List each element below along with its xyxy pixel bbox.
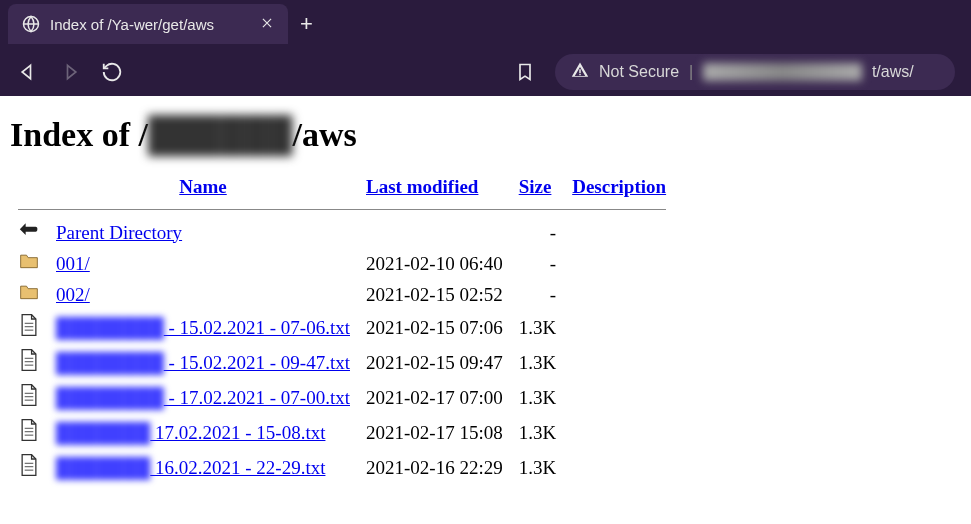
file-name-text: - 17.02.2021 - 07-00.txt [164, 387, 350, 408]
file-name-text: 002/ [56, 284, 90, 305]
file-name-cell: ███████ 17.02.2021 - 15-08.txt [48, 415, 358, 450]
file-name-redacted: ████████ [56, 352, 164, 374]
file-link[interactable]: 002/ [56, 284, 90, 305]
reload-button[interactable] [100, 60, 124, 84]
url-redacted: ██████████████ [703, 63, 862, 81]
forward-button[interactable] [58, 60, 82, 84]
file-name-text: 001/ [56, 253, 90, 274]
file-name-cell: ████████ - 15.02.2021 - 09-47.txt [48, 345, 358, 380]
last-modified [358, 217, 511, 248]
table-row: ████████ - 15.02.2021 - 09-47.txt2021-02… [10, 345, 674, 380]
file-icon [10, 310, 48, 345]
file-size: - [511, 279, 564, 310]
last-modified: 2021-02-10 06:40 [358, 248, 511, 279]
svg-rect-2 [579, 74, 581, 76]
file-size: - [511, 248, 564, 279]
back-button[interactable] [16, 60, 40, 84]
file-icon [10, 450, 48, 485]
tab-bar: Index of /Ya-wer/get/aws + [0, 0, 971, 48]
table-row: ███████ 17.02.2021 - 15-08.txt2021-02-17… [10, 415, 674, 450]
file-link[interactable]: ███████ 16.02.2021 - 22-29.txt [56, 457, 325, 478]
page-content: Index of /██████/aws Name Last modified … [0, 96, 971, 495]
table-row: 002/2021-02-15 02:52- [10, 279, 674, 310]
url-suffix: t/aws/ [872, 63, 914, 81]
tab-title: Index of /Ya-wer/get/aws [50, 16, 214, 33]
file-size: 1.3K [511, 310, 564, 345]
file-link[interactable]: Parent Directory [56, 222, 182, 243]
folder-icon [10, 279, 48, 310]
file-name-redacted: ████████ [56, 387, 164, 409]
header-rule [18, 209, 666, 210]
bookmark-button[interactable] [513, 60, 537, 84]
nav-bar: Not Secure | ██████████████ t/aws/ [0, 48, 971, 96]
file-link[interactable]: 001/ [56, 253, 90, 274]
file-description [564, 217, 674, 248]
heading-prefix: Index of / [10, 116, 148, 153]
file-name-text: 17.02.2021 - 15-08.txt [150, 422, 325, 443]
heading-redacted: ██████ [148, 116, 293, 154]
last-modified: 2021-02-15 02:52 [358, 279, 511, 310]
file-link[interactable]: ███████ 17.02.2021 - 15-08.txt [56, 422, 325, 443]
file-description [564, 415, 674, 450]
file-name-redacted: ███████ [56, 457, 150, 479]
last-modified: 2021-02-15 09:47 [358, 345, 511, 380]
file-size: - [511, 217, 564, 248]
file-name-cell: Parent Directory [48, 217, 358, 248]
last-modified: 2021-02-16 22:29 [358, 450, 511, 485]
file-name-cell: ████████ - 15.02.2021 - 07-06.txt [48, 310, 358, 345]
table-row: ███████ 16.02.2021 - 22-29.txt2021-02-16… [10, 450, 674, 485]
table-header-row: Name Last modified Size Description [10, 172, 674, 202]
new-tab-button[interactable]: + [300, 11, 313, 37]
col-desc[interactable]: Description [572, 176, 666, 197]
page-title: Index of /██████/aws [10, 116, 961, 154]
last-modified: 2021-02-17 15:08 [358, 415, 511, 450]
browser-chrome: Index of /Ya-wer/get/aws + Not Secure | … [0, 0, 971, 96]
file-link[interactable]: ████████ - 15.02.2021 - 07-06.txt [56, 317, 350, 338]
close-tab-button[interactable] [248, 16, 274, 33]
file-link[interactable]: ████████ - 17.02.2021 - 07-00.txt [56, 387, 350, 408]
file-name-text: - 15.02.2021 - 07-06.txt [164, 317, 350, 338]
file-size: 1.3K [511, 380, 564, 415]
file-description [564, 345, 674, 380]
url-bar[interactable]: Not Secure | ██████████████ t/aws/ [555, 54, 955, 90]
last-modified: 2021-02-15 07:06 [358, 310, 511, 345]
file-name-redacted: ████████ [56, 317, 164, 339]
file-name-cell: 001/ [48, 248, 358, 279]
file-name-redacted: ███████ [56, 422, 150, 444]
file-description [564, 380, 674, 415]
col-size[interactable]: Size [519, 176, 552, 197]
file-size: 1.3K [511, 415, 564, 450]
file-description [564, 310, 674, 345]
folder-icon [10, 248, 48, 279]
table-row: 001/2021-02-10 06:40- [10, 248, 674, 279]
file-icon [10, 415, 48, 450]
table-row: ████████ - 15.02.2021 - 07-06.txt2021-02… [10, 310, 674, 345]
last-modified: 2021-02-17 07:00 [358, 380, 511, 415]
file-name-text: - 15.02.2021 - 09-47.txt [164, 352, 350, 373]
file-size: 1.3K [511, 345, 564, 380]
table-row: Parent Directory- [10, 217, 674, 248]
file-name-cell: ████████ - 17.02.2021 - 07-00.txt [48, 380, 358, 415]
col-name[interactable]: Name [179, 176, 226, 197]
file-name-text: 16.02.2021 - 22-29.txt [150, 457, 325, 478]
file-description [564, 279, 674, 310]
file-icon [10, 345, 48, 380]
directory-listing: Name Last modified Size Description Pare… [10, 172, 674, 485]
file-link[interactable]: ████████ - 15.02.2021 - 09-47.txt [56, 352, 350, 373]
file-size: 1.3K [511, 450, 564, 485]
file-name-cell: ███████ 16.02.2021 - 22-29.txt [48, 450, 358, 485]
file-icon [10, 380, 48, 415]
not-secure-label: Not Secure [599, 63, 679, 81]
table-row: ████████ - 17.02.2021 - 07-00.txt2021-02… [10, 380, 674, 415]
file-name-cell: 002/ [48, 279, 358, 310]
col-lastmod[interactable]: Last modified [366, 176, 478, 197]
heading-suffix: /aws [292, 116, 356, 153]
svg-rect-1 [579, 69, 581, 73]
warning-icon [571, 61, 589, 83]
browser-tab[interactable]: Index of /Ya-wer/get/aws [8, 4, 288, 44]
url-separator: | [689, 63, 693, 81]
file-name-text: Parent Directory [56, 222, 182, 243]
file-description [564, 450, 674, 485]
globe-icon [22, 15, 40, 33]
file-description [564, 248, 674, 279]
